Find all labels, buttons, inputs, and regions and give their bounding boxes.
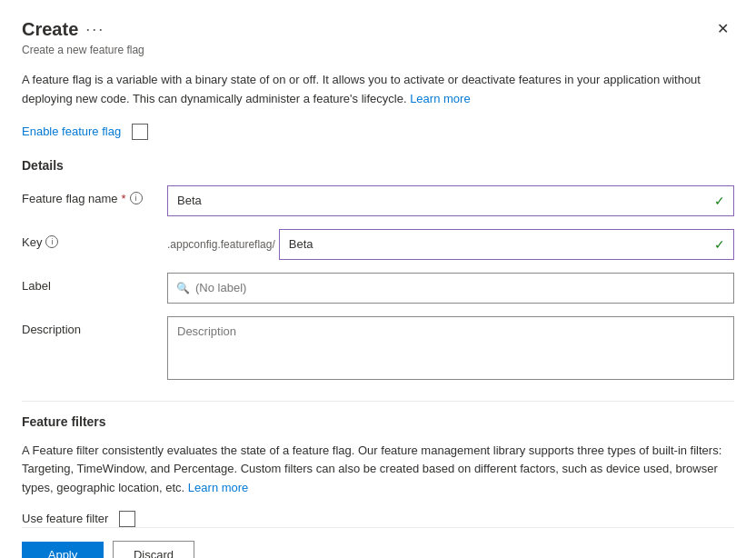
title-row: Create ··· [22,19,104,40]
feature-flag-name-checkmark: ✓ [714,194,725,208]
key-input-wrap: ✓ [279,229,734,260]
key-row: Key i .appconfig.featureflag/ ✓ [22,229,734,260]
feature-flag-name-input-area: ✓ [167,185,734,216]
enable-feature-flag-label: Enable feature flag [22,125,121,138]
section-divider [22,401,734,402]
feature-filters-description: A Feature filter consistently evaluates … [22,442,734,498]
feature-flag-name-label: Feature flag name * i [22,185,167,205]
label-input-wrap: 🔍 [167,273,734,304]
key-info-icon[interactable]: i [45,235,58,248]
key-input-area: .appconfig.featureflag/ ✓ [167,229,734,260]
enable-feature-flag-checkbox[interactable] [132,124,148,140]
description-input-area [167,316,734,383]
label-label: Label [22,273,167,293]
description-text-part1: A feature flag is a variable with a bina… [22,73,701,105]
create-panel: Create ··· ✕ Create a new feature flag A… [0,0,756,558]
key-prefix: .appconfig.featureflag/ [167,238,279,251]
key-input-row: .appconfig.featureflag/ ✓ [167,229,734,260]
use-feature-filter-label: Use feature filter [22,512,108,525]
feature-filters-text: A Feature filter consistently evaluates … [22,443,721,495]
use-feature-filter-row: Use feature filter [22,511,734,527]
apply-button[interactable]: Apply [22,542,104,558]
feature-flag-description: A feature flag is a variable with a bina… [22,71,734,109]
more-icon[interactable]: ··· [85,20,104,39]
description-row: Description [22,316,734,383]
panel-subtitle: Create a new feature flag [22,44,734,56]
description-label: Description [22,316,167,336]
panel-header: Create ··· ✕ [22,18,734,40]
discard-button[interactable]: Discard [113,541,194,558]
key-input[interactable] [279,229,734,260]
key-checkmark: ✓ [714,237,725,252]
description-textarea[interactable] [167,316,734,380]
enable-feature-flag-row: Enable feature flag [22,124,734,140]
feature-flag-name-info-icon[interactable]: i [130,192,143,204]
feature-filters-title: Feature filters [22,414,734,429]
close-button[interactable]: ✕ [711,18,734,40]
feature-flag-name-input-wrap: ✓ [167,185,734,216]
panel-footer: Apply Discard [22,527,734,558]
key-label: Key i [22,229,167,249]
details-section-title: Details [22,158,734,173]
feature-filters-learn-more-link[interactable]: Learn more [188,481,248,494]
feature-flag-name-input[interactable] [167,185,734,216]
required-indicator: * [122,192,126,205]
label-input[interactable] [167,273,734,304]
label-row: Label 🔍 [22,273,734,304]
panel-title: Create [22,19,78,40]
feature-flag-name-row: Feature flag name * i ✓ [22,185,734,216]
use-feature-filter-checkbox[interactable] [119,511,135,527]
description-learn-more-link[interactable]: Learn more [410,92,470,105]
label-input-area: 🔍 [167,273,734,304]
